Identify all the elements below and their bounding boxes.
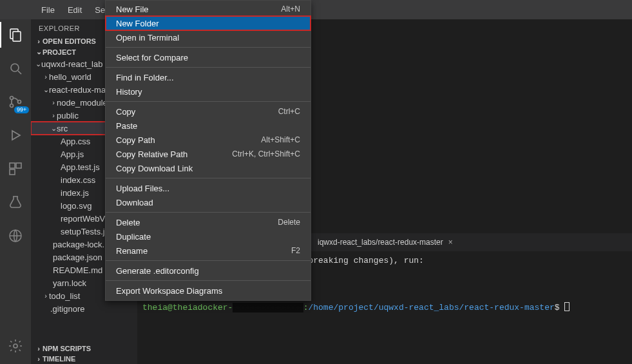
context-menu-item[interactable]: New Folder <box>106 16 311 30</box>
context-menu-separator <box>106 178 311 178</box>
context-menu-separator <box>106 101 311 102</box>
extensions-icon[interactable] <box>0 156 31 182</box>
context-menu-label: Copy Path <box>116 135 155 145</box>
svg-rect-1 <box>13 32 21 41</box>
context-menu-item[interactable]: Select for Compare <box>106 50 311 64</box>
context-menu: New FileAlt+NNew FolderOpen in TerminalS… <box>105 0 311 301</box>
context-menu-item[interactable]: Paste <box>106 119 311 133</box>
terminal-prompt-dollar: $ <box>555 303 560 312</box>
context-menu-label: Copy Download Link <box>116 164 193 173</box>
context-menu-label: Upload Files... <box>116 184 169 193</box>
top-menubar: File Edit Selec <box>0 0 632 19</box>
project-label: PROJECT <box>43 48 76 56</box>
context-menu-label: Find in Folder... <box>116 73 174 82</box>
context-menu-item[interactable]: Copy Relative PathCtrl+K, Ctrl+Shift+C <box>106 147 311 161</box>
terminal-tab-title[interactable]: iqwxd-react_labs/react-redux-master <box>318 238 443 247</box>
context-menu-item[interactable]: DeleteDelete <box>106 215 311 229</box>
context-menu-label: Copy Relative Path <box>116 149 187 159</box>
svg-rect-10 <box>10 169 15 175</box>
settings-gear-icon[interactable] <box>0 333 31 359</box>
source-control-icon[interactable]: 99+ <box>0 89 31 115</box>
context-menu-item[interactable]: CopyCtrl+C <box>106 104 311 119</box>
context-menu-label: Export Workspace Diagrams <box>116 286 222 296</box>
context-menu-label: Open in Terminal <box>116 33 179 43</box>
context-menu-separator <box>106 260 311 261</box>
context-menu-item[interactable]: Upload Files... <box>106 181 311 195</box>
context-menu-separator <box>106 67 311 68</box>
activity-bar: 99+ <box>0 19 31 364</box>
npm-scripts-label: NPM SCRIPTS <box>43 345 91 352</box>
chevron-down-icon: ⌄ <box>35 48 43 56</box>
context-menu-item[interactable]: History <box>106 84 311 99</box>
terminal-prompt-user: theia@theiadocker- <box>142 303 233 312</box>
context-menu-separator <box>106 47 311 48</box>
svg-rect-9 <box>16 163 21 168</box>
open-editors-label: OPEN EDITORS <box>43 37 96 45</box>
context-menu-label: Select for Compare <box>116 53 188 62</box>
debug-icon[interactable] <box>0 122 31 148</box>
timeline-label: TIMELINE <box>43 355 75 363</box>
scm-badge: 99+ <box>14 106 29 113</box>
context-menu-separator <box>106 212 311 213</box>
context-menu-separator <box>106 280 311 281</box>
explorer-icon[interactable] <box>0 22 31 48</box>
context-menu-label: Duplicate <box>116 232 151 242</box>
globe-icon[interactable] <box>0 223 31 249</box>
context-menu-shortcut: F2 <box>291 246 300 255</box>
context-menu-shortcut: Ctrl+K, Ctrl+Shift+C <box>232 149 300 158</box>
context-menu-label: History <box>116 87 142 97</box>
context-menu-item[interactable]: Open in Terminal <box>106 30 311 44</box>
svg-point-13 <box>14 344 17 348</box>
context-menu-label: New File <box>116 5 149 14</box>
svg-rect-8 <box>10 163 15 168</box>
svg-line-3 <box>18 71 21 74</box>
timeline-section[interactable]: › TIMELINE <box>31 354 137 364</box>
main-layout: 99+ EXPLORER › OPEN EDITORS ⌄ PROJECT <box>0 19 632 364</box>
terminal-cursor <box>564 302 570 311</box>
context-menu-shortcut: Ctrl+C <box>278 107 300 116</box>
context-menu-item[interactable]: Find in Folder... <box>106 70 311 84</box>
npm-scripts-section[interactable]: › NPM SCRIPTS <box>31 343 137 354</box>
terminal-prompt-path: /home/project/uqwxd-react_labs/react-red… <box>308 303 554 312</box>
chevron-right-icon: › <box>35 345 43 352</box>
close-icon[interactable]: × <box>448 238 453 247</box>
context-menu-label: Generate .editorconfig <box>116 266 199 276</box>
context-menu-item[interactable]: Generate .editorconfig <box>106 263 311 278</box>
search-icon[interactable] <box>0 55 31 81</box>
menu-edit[interactable]: Edit <box>62 3 87 17</box>
context-menu-label: Rename <box>116 246 148 256</box>
context-menu-shortcut: Alt+Shift+C <box>261 135 300 144</box>
context-menu-item[interactable]: Download <box>106 195 311 209</box>
chevron-right-icon: › <box>35 355 43 363</box>
tree-file-gitignore[interactable]: .gitignore <box>31 302 137 315</box>
context-menu-label: Delete <box>116 218 140 227</box>
svg-point-4 <box>10 97 14 100</box>
context-menu-item[interactable]: Copy PathAlt+Shift+C <box>106 133 311 147</box>
context-menu-item[interactable]: New FileAlt+N <box>106 2 311 16</box>
menu-file[interactable]: File <box>36 3 60 17</box>
svg-point-2 <box>11 64 19 72</box>
context-menu-item[interactable]: RenameF2 <box>106 244 311 258</box>
context-menu-shortcut: Alt+N <box>281 5 300 14</box>
context-menu-label: Copy <box>116 107 135 117</box>
context-menu-item[interactable]: Duplicate <box>106 229 311 244</box>
context-menu-label: New Folder <box>116 19 158 28</box>
chevron-right-icon: › <box>35 37 43 45</box>
svg-marker-7 <box>12 131 20 140</box>
context-menu-label: Download <box>116 198 153 207</box>
svg-point-5 <box>10 104 14 108</box>
context-menu-shortcut: Delete <box>278 218 300 227</box>
testing-icon[interactable] <box>0 189 31 215</box>
context-menu-label: Paste <box>116 121 137 131</box>
context-menu-item[interactable]: Copy Download Link <box>106 161 311 175</box>
context-menu-item[interactable]: Export Workspace Diagrams <box>106 283 311 298</box>
